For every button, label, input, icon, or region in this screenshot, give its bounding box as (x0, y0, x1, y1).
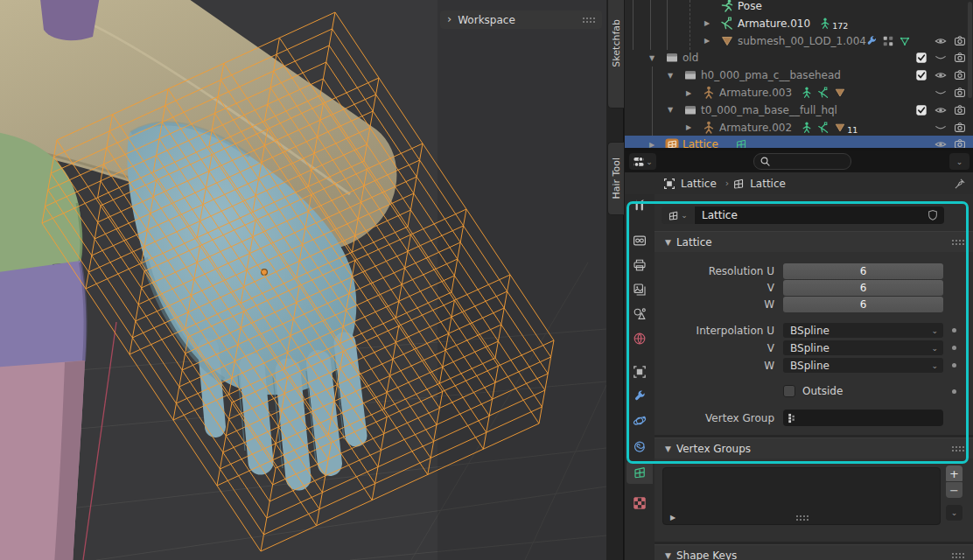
interpolation-v-dropdown[interactable]: BSpline ⌄ (783, 340, 943, 355)
eye-icon[interactable] (934, 138, 947, 148)
decorator-dot[interactable] (952, 389, 956, 394)
interpolation-w-dropdown[interactable]: BSpline ⌄ (783, 358, 943, 373)
collapse-icon[interactable]: ▼ (665, 72, 676, 80)
outliner-panel[interactable]: Pose▶Armature.010172▶submesh_00_LOD_1.00… (625, 0, 973, 148)
camera-icon[interactable] (954, 69, 966, 81)
checkbox-icon[interactable] (915, 104, 928, 116)
camera-icon[interactable] (954, 138, 966, 148)
properties-tab-constraints[interactable] (626, 410, 653, 432)
panel-title: Vertex Groups (676, 443, 751, 455)
checkbox-icon[interactable] (915, 52, 928, 64)
vertex-group-specials-button[interactable]: ⌄ (946, 505, 962, 521)
properties-tab-object-data[interactable] (626, 461, 653, 484)
resolution-v-field[interactable]: 6 (783, 280, 943, 296)
eye-closed-icon[interactable] (934, 87, 947, 99)
breadcrumb: Lattice › Lattice (625, 172, 973, 194)
properties-options-button[interactable]: ⌄ (949, 153, 970, 170)
outliner-row-pose[interactable]: Pose (625, 0, 973, 15)
interpolation-u-dropdown[interactable]: BSpline ⌄ (783, 323, 943, 338)
sidebar-tab-label: Hair Tool (611, 158, 622, 199)
properties-tab-texture[interactable] (626, 492, 653, 514)
outliner-row-armature-002[interactable]: ▶Armature.00211 (625, 119, 973, 136)
breadcrumb-data-label[interactable]: Lattice (750, 178, 786, 190)
camera-icon[interactable] (954, 52, 966, 64)
decorator-dot[interactable] (952, 346, 956, 350)
outliner-item-label: submesh_00_LOD_1.004 (738, 35, 866, 47)
breadcrumb-separator: › (725, 178, 729, 189)
properties-tab-physics[interactable] (626, 434, 653, 457)
outliner-item-extras (735, 138, 747, 148)
3d-viewport[interactable]: › Workspace (0, 0, 606, 560)
outliner-row-lattice[interactable]: ▶Lattice (625, 136, 973, 148)
object-icon (663, 178, 676, 190)
eye-closed-icon[interactable] (934, 122, 947, 134)
vertex-group-icon (787, 412, 799, 424)
properties-tab-output[interactable] (626, 254, 653, 276)
eye-closed-icon[interactable] (934, 52, 947, 64)
collapse-icon[interactable]: ▼ (647, 54, 657, 62)
outliner-item-label: t0_000_ma_base__full_hql (701, 104, 837, 116)
panel-grip-icon[interactable] (951, 239, 964, 245)
outliner-item-label: h0_000_pma_c__basehead (701, 69, 841, 81)
decorator-dot[interactable] (952, 328, 956, 332)
filter-expand-icon[interactable]: ▶ (670, 514, 676, 522)
properties-tab-modifiers[interactable] (626, 385, 653, 408)
properties-search-input[interactable] (753, 153, 851, 170)
outliner-row-armature-003[interactable]: ▶Armature.003 (625, 84, 973, 102)
expand-icon[interactable]: ▶ (702, 37, 712, 45)
vertex-groups-list[interactable]: ▶ (662, 467, 941, 525)
remove-vertex-group-button[interactable]: − (946, 482, 962, 498)
properties-tab-world[interactable] (626, 327, 653, 350)
chevron-down-icon: ⌄ (646, 158, 653, 166)
editor-type-button[interactable]: ⌄ (629, 153, 656, 170)
panel-header-shape-keys[interactable]: ▼ Shape Keys (654, 544, 973, 560)
camera-icon[interactable] (954, 122, 966, 134)
expand-icon[interactable]: ▶ (702, 19, 712, 27)
datablock-browse-button[interactable]: ⌄ (662, 206, 694, 224)
outliner-row-t0-000-ma-base-full-hql[interactable]: ▼t0_000_ma_base__full_hql (625, 102, 973, 119)
expand-icon[interactable]: ▶ (683, 89, 694, 97)
panel-header-vertex-groups[interactable]: ▼ Vertex Groups (654, 438, 973, 458)
resolution-u-field[interactable]: 6 (783, 263, 943, 279)
outside-checkbox[interactable] (783, 385, 795, 397)
collapse-icon[interactable]: ▼ (665, 106, 676, 114)
add-vertex-group-button[interactable]: + (946, 466, 962, 481)
camera-icon[interactable] (954, 104, 966, 116)
panel-header-lattice[interactable]: ▼ Lattice (654, 231, 973, 252)
properties-tab-tool[interactable] (626, 194, 653, 217)
panel-grip-icon[interactable] (951, 552, 964, 558)
eye-icon[interactable] (934, 35, 947, 47)
outliner-row-h0-000-pma-c-basehead[interactable]: ▼h0_000_pma_c__basehead (625, 66, 973, 84)
properties-tab-object[interactable] (626, 360, 653, 383)
resolution-w-field[interactable]: 6 (783, 297, 943, 312)
datablock-name-field[interactable]: Lattice (695, 206, 944, 224)
shield-icon[interactable] (927, 209, 939, 221)
eye-icon[interactable] (934, 69, 947, 81)
vertex-group-field[interactable] (783, 410, 943, 426)
properties-tab-render[interactable] (626, 229, 653, 252)
expand-icon[interactable]: ▶ (683, 123, 694, 131)
sidebar-tab-hair-tool[interactable]: Hair Tool (607, 142, 624, 215)
workspace-panel-header[interactable]: › Workspace (440, 10, 602, 29)
camera-icon[interactable] (954, 87, 966, 99)
collection-icon (683, 68, 697, 82)
outliner-row-armature-010[interactable]: ▶Armature.010172 (625, 15, 973, 32)
checkbox-icon[interactable] (915, 69, 928, 81)
outliner-row-submesh-00-lod-1-004[interactable]: ▶submesh_00_LOD_1.004 (625, 32, 973, 50)
decorator-dot[interactable] (952, 363, 956, 368)
list-grip-icon[interactable] (795, 514, 808, 521)
expand-icon[interactable]: ▶ (647, 141, 657, 148)
outliner-scrollbar[interactable] (968, 2, 972, 98)
chevron-down-icon: ▼ (665, 238, 671, 247)
view-layer-icon (633, 283, 647, 297)
eye-icon[interactable] (934, 104, 947, 116)
properties-tab-view-layer[interactable] (626, 278, 653, 301)
sidebar-tab-sketchfab[interactable]: Sketchfab (607, 0, 624, 108)
panel-grip-icon[interactable] (951, 445, 964, 452)
breadcrumb-object-label[interactable]: Lattice (681, 178, 717, 190)
pin-icon[interactable] (954, 178, 966, 190)
panel-grip-icon[interactable] (582, 17, 595, 23)
camera-icon[interactable] (954, 35, 966, 47)
outliner-row-old[interactable]: ▼old (625, 49, 973, 66)
properties-tab-scene[interactable] (626, 303, 653, 326)
